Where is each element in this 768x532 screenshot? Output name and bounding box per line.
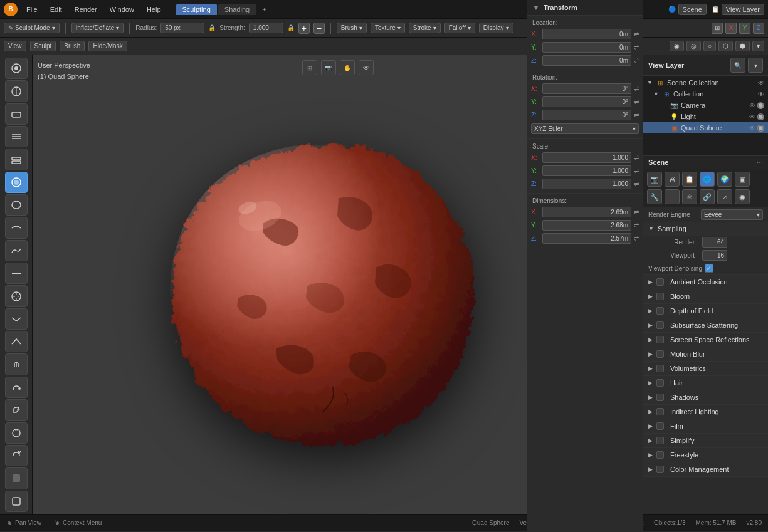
axis-y-btn[interactable]: Y (739, 23, 750, 34)
quad-sphere-render[interactable]: 🔘 (757, 125, 764, 132)
section-checkbox-6[interactable] (656, 365, 664, 372)
menu-file[interactable]: File (23, 4, 41, 14)
section-checkbox-9[interactable] (656, 408, 664, 415)
axis-z-btn[interactable]: Z (753, 23, 764, 34)
tool-grab[interactable] (5, 353, 28, 375)
prop-icon-object[interactable]: ▣ (735, 172, 750, 187)
location-z-copy[interactable]: ⇌ (634, 57, 639, 64)
tool-scrape[interactable] (5, 308, 28, 330)
prop-section-header-5[interactable]: ▶ Motion Blur (643, 347, 768, 361)
scale-y-field[interactable]: 1.000 (542, 165, 631, 176)
collection-vis[interactable]: 👁 (758, 91, 764, 98)
transform-options[interactable]: ⋯ (631, 4, 638, 11)
prop-section-header-3[interactable]: ▶ Subsurface Scattering (643, 318, 768, 332)
tool-pinch[interactable] (5, 331, 28, 352)
tool-layer[interactable] (5, 149, 28, 170)
section-checkbox-3[interactable] (656, 321, 664, 329)
section-checkbox-13[interactable] (656, 466, 664, 473)
rotation-mode-dropdown[interactable]: XYZ Euler ▾ (531, 123, 639, 134)
dim-x-field[interactable]: 2.69m (542, 207, 631, 217)
remove-btn[interactable]: − (313, 23, 325, 34)
section-checkbox-10[interactable] (656, 422, 664, 430)
prop-section-header-2[interactable]: ▶ Depth of Field (643, 304, 768, 318)
viewport-denoising-checkbox[interactable]: ✓ (705, 264, 713, 273)
location-x-field[interactable]: 0m (542, 29, 631, 39)
section-checkbox-4[interactable] (656, 336, 664, 343)
strength-input[interactable]: 1.000 (249, 23, 283, 33)
tool-rotate[interactable] (5, 445, 28, 466)
sculpt-btn[interactable]: Sculpt (30, 41, 56, 51)
tool-crease[interactable] (5, 217, 28, 238)
tool-clay-strips[interactable] (5, 126, 28, 147)
prop-section-header-10[interactable]: ▶ Film (643, 419, 768, 433)
tool-draw[interactable] (5, 58, 28, 79)
workspace-tab-sculpting[interactable]: Sculpting (176, 4, 217, 15)
outliner-search[interactable]: 🔍 (730, 58, 745, 73)
workspace-tab-add[interactable]: + (257, 4, 271, 15)
tool-square-mask[interactable] (5, 491, 28, 512)
prop-icon-output[interactable]: 🖨 (665, 172, 680, 187)
scale-x-field[interactable]: 1.000 (542, 152, 631, 163)
tool-smooth[interactable] (5, 240, 28, 261)
strength-lock-icon[interactable]: 🔒 (287, 24, 295, 31)
location-x-copy[interactable]: ⇌ (634, 31, 639, 38)
tool-clay[interactable] (5, 103, 28, 125)
camera-render[interactable]: 🔘 (757, 102, 764, 109)
prop-icon-modifier[interactable]: 🔧 (647, 189, 662, 204)
prop-icon-data[interactable]: ⊿ (717, 189, 732, 204)
tool-draw-sharp[interactable] (5, 80, 28, 102)
tool-inflate[interactable] (5, 172, 28, 193)
tool-snake-hook[interactable] (5, 377, 28, 398)
viewport-btn-camera[interactable]: 📷 (321, 60, 336, 75)
location-y-copy[interactable]: ⇌ (634, 44, 639, 51)
viewport-shading-options[interactable]: ▾ (752, 41, 764, 51)
rotation-x-copy[interactable]: ⇌ (634, 85, 639, 92)
tree-item-light[interactable]: 💡 Light 👁 🔘 (643, 111, 768, 122)
rotation-z-copy[interactable]: ⇌ (634, 112, 639, 118)
viewport-display-render[interactable]: ○ (703, 41, 716, 51)
prop-section-header-11[interactable]: ▶ Simplify (643, 434, 768, 447)
axis-x-btn[interactable]: X (725, 23, 737, 34)
tool-blob[interactable] (5, 194, 28, 216)
dim-z-copy[interactable]: ⇌ (634, 235, 639, 242)
viewport-samples-value[interactable]: 16 (702, 250, 727, 261)
display-dropdown[interactable]: Display▾ (479, 23, 513, 33)
tool-thumb[interactable] (5, 399, 28, 420)
hide-mask-btn[interactable]: Hide/Mask (88, 41, 127, 51)
overlay-btn[interactable]: ⊞ (712, 23, 723, 34)
prop-section-header-1[interactable]: ▶ Bloom (643, 289, 768, 303)
add-btn[interactable]: + (298, 23, 310, 34)
stroke-dropdown[interactable]: Stroke▾ (409, 23, 441, 33)
prop-icon-material[interactable]: ◉ (735, 189, 750, 204)
prop-icon-physics[interactable]: ⚛ (682, 189, 697, 204)
brush-btn[interactable]: Brush (60, 41, 85, 51)
location-z-field[interactable]: 0m (542, 55, 631, 66)
tree-item-camera[interactable]: 📷 Camera 👁 🔘 (643, 100, 768, 111)
render-engine-select[interactable]: Eevee ▾ (701, 209, 763, 220)
scale-y-copy[interactable]: ⇌ (634, 167, 639, 174)
location-y-field[interactable]: 0m (542, 42, 631, 53)
tool-fill[interactable] (5, 285, 28, 306)
outliner-filter[interactable]: ▾ (748, 58, 763, 73)
falloff-dropdown[interactable]: Falloff▾ (444, 23, 475, 33)
view-btn[interactable]: View (4, 41, 26, 51)
prop-section-header-7[interactable]: ▶ Hair (643, 376, 768, 390)
section-checkbox-2[interactable] (656, 307, 664, 315)
prop-section-header-13[interactable]: ▶ Color Management (643, 462, 768, 476)
menu-window[interactable]: Window (106, 4, 138, 14)
light-vis[interactable]: 👁 (749, 113, 755, 120)
dim-z-field[interactable]: 2.57m (542, 233, 631, 244)
scale-z-copy[interactable]: ⇌ (634, 180, 639, 187)
scene-selector[interactable]: Scene (678, 4, 707, 15)
mode-selector[interactable]: ✎ Sculpt Mode ▾ (4, 23, 60, 33)
section-checkbox-0[interactable] (656, 278, 664, 286)
viewport-display-xray[interactable]: ⬢ (735, 41, 750, 51)
quad-sphere-vis[interactable]: 👁 (749, 125, 755, 132)
sampling-section-header[interactable]: ▼ Sampling (643, 222, 768, 236)
light-render[interactable]: 🔘 (757, 113, 764, 120)
tool-flatten[interactable] (5, 263, 28, 284)
rotation-z-field[interactable]: 0° (542, 110, 631, 120)
menu-edit[interactable]: Edit (46, 4, 66, 14)
properties-options[interactable]: ⋯ (757, 159, 763, 166)
section-checkbox-12[interactable] (656, 451, 664, 459)
